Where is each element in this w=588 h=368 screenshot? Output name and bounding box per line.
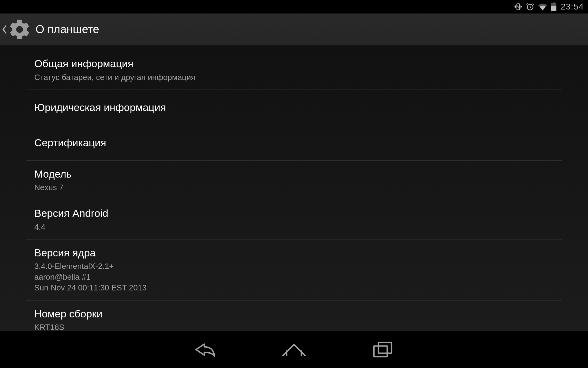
battery-icon (551, 2, 556, 11)
content-area: Общая информация Статус батареи, сети и … (0, 45, 588, 331)
svg-rect-6 (374, 346, 387, 357)
row-title: Юридическая информация (34, 101, 554, 114)
gear-icon (7, 17, 32, 42)
row-subtitle: 4.4 (34, 222, 554, 232)
row-title: Версия ядра (34, 246, 554, 259)
nav-recent-button[interactable] (338, 331, 427, 368)
row-title: Версия Android (34, 207, 554, 220)
row-subtitle: Nexus 7 (34, 182, 554, 193)
action-bar[interactable]: О планшете (0, 13, 588, 45)
nav-back-button[interactable] (161, 331, 250, 368)
svg-rect-5 (553, 2, 555, 3)
status-bar: 23:54 (0, 0, 588, 13)
row-title: Номер сборки (34, 307, 554, 320)
svg-rect-4 (551, 6, 556, 11)
settings-list: Общая информация Статус батареи, сети и … (26, 45, 562, 339)
svg-rect-7 (379, 343, 392, 353)
row-title: Модель (34, 167, 554, 181)
row-kernel-version[interactable]: Версия ядра 3.4.0-ElementalX-2.1+ aaron@… (26, 240, 562, 301)
nav-home-button[interactable] (250, 331, 338, 368)
row-model[interactable]: Модель Nexus 7 (26, 161, 562, 200)
vibrate-icon (514, 3, 522, 11)
row-title: Общая информация (34, 57, 554, 70)
alarm-icon (526, 2, 534, 11)
status-bar-clock: 23:54 (561, 2, 584, 12)
row-legal-info[interactable]: Юридическая информация (26, 90, 562, 125)
back-caret-icon[interactable] (1, 20, 8, 39)
wifi-icon (538, 3, 547, 10)
row-certification[interactable]: Сертификация (26, 125, 562, 161)
navigation-bar (0, 331, 588, 368)
row-title: Сертификация (34, 136, 554, 149)
row-subtitle: Статус батареи, сети и другая информация (34, 72, 554, 83)
screen: 23:54 О планшете Общая информация Статус… (0, 0, 588, 368)
page-title: О планшете (36, 23, 99, 36)
row-subtitle: 3.4.0-ElementalX-2.1+ aaron@bella #1 Sun… (34, 261, 554, 293)
row-android-version[interactable]: Версия Android 4.4 (26, 200, 562, 240)
row-general-info[interactable]: Общая информация Статус батареи, сети и … (26, 50, 562, 90)
